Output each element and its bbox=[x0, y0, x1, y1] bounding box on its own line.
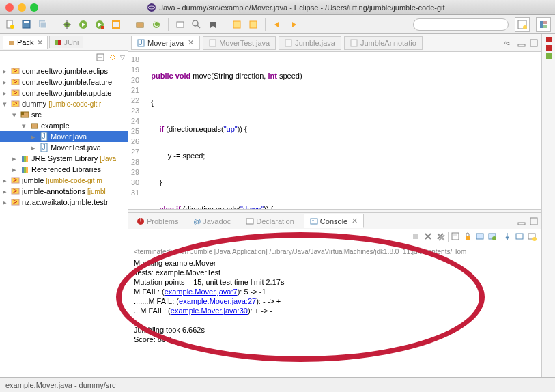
display-console-icon[interactable] bbox=[515, 232, 525, 242]
remove-launch-icon[interactable] bbox=[423, 232, 433, 242]
open-console-icon[interactable] bbox=[527, 232, 537, 242]
terminate-icon[interactable] bbox=[411, 232, 421, 242]
console-line: Mutating example.Mover bbox=[134, 258, 536, 268]
editor-tab-jumbleann[interactable]: JumbleAnnotatio bbox=[344, 36, 423, 50]
svg-text:J: J bbox=[42, 132, 46, 140]
tree-item-reflib[interactable]: ▸Referenced Libraries bbox=[0, 164, 128, 175]
java-file-icon bbox=[209, 39, 217, 47]
problems-tab[interactable]: !Problems bbox=[131, 215, 184, 227]
library-icon bbox=[20, 165, 30, 174]
project-icon: > bbox=[11, 88, 20, 98]
right-gutter bbox=[541, 34, 555, 377]
svg-point-21 bbox=[193, 20, 198, 26]
new-button[interactable] bbox=[4, 18, 16, 31]
code-editor[interactable]: 1819202122232425262728293031 public void… bbox=[128, 52, 541, 209]
svg-rect-52 bbox=[22, 156, 24, 162]
collapse-all-icon[interactable] bbox=[96, 53, 105, 62]
code-content[interactable]: public void move(String direction, int s… bbox=[145, 52, 307, 209]
svg-rect-73 bbox=[246, 219, 253, 224]
view-menu-icon[interactable]: ▽ bbox=[120, 54, 125, 61]
editor-tabs: JMover.java✕ MoverTest.java Jumble.java … bbox=[128, 34, 541, 52]
console-output[interactable]: <terminated> Run Jumble [Java Applicatio… bbox=[128, 244, 541, 377]
search-button[interactable] bbox=[190, 18, 203, 31]
pin-console-icon[interactable] bbox=[502, 232, 513, 242]
maximize-view-icon[interactable] bbox=[529, 216, 539, 226]
editor-tab-mover[interactable]: JMover.java✕ bbox=[131, 36, 200, 50]
svg-rect-57 bbox=[26, 167, 28, 173]
close-window-button[interactable] bbox=[5, 3, 14, 12]
show-console-icon[interactable] bbox=[487, 232, 498, 242]
stacktrace-link[interactable]: example.Mover.java:27 bbox=[179, 297, 256, 305]
stacktrace-link[interactable]: example.Mover.java:7 bbox=[165, 288, 238, 296]
svg-rect-78 bbox=[413, 234, 418, 239]
close-icon[interactable]: ✕ bbox=[37, 38, 43, 47]
project-icon: > bbox=[11, 186, 20, 196]
open-type-button[interactable] bbox=[174, 18, 186, 31]
more-tabs-indicator[interactable]: »₂ bbox=[503, 39, 510, 46]
javadoc-tab[interactable]: @Javadoc bbox=[188, 215, 236, 227]
tree-item-waikato[interactable]: ▸>nz.ac.waikato.jumble.testr bbox=[0, 197, 128, 208]
error-marker[interactable] bbox=[546, 37, 552, 42]
javadoc-icon: @ bbox=[193, 217, 201, 225]
editor-tab-movertest[interactable]: MoverTest.java bbox=[203, 36, 276, 50]
forward-button[interactable] bbox=[287, 18, 300, 31]
maximize-view-icon[interactable] bbox=[529, 38, 539, 48]
eclipse-icon bbox=[147, 3, 156, 12]
declaration-tab[interactable]: Declaration bbox=[240, 215, 300, 227]
svg-text:>: > bbox=[13, 99, 17, 107]
tree-item-project[interactable]: ▸>com.reeltwo.jumble.eclips bbox=[0, 66, 128, 76]
annotation-next-button[interactable] bbox=[247, 18, 259, 31]
console-tab[interactable]: Console✕ bbox=[304, 214, 364, 228]
java-perspective-button[interactable] bbox=[536, 17, 551, 32]
svg-marker-25 bbox=[274, 22, 279, 27]
tree-item-movertest[interactable]: ▸JMoverTest.java bbox=[0, 142, 128, 153]
close-icon[interactable]: ✕ bbox=[352, 216, 358, 225]
tree-item-dummy[interactable]: ▾>dummy [jumble-code-git r bbox=[0, 98, 128, 109]
new-package-button[interactable] bbox=[134, 18, 146, 31]
tree-item-src[interactable]: ▾src bbox=[0, 109, 128, 120]
project-icon: > bbox=[11, 197, 20, 207]
svg-text:>: > bbox=[13, 186, 17, 195]
package-explorer-tab[interactable]: Pack✕ bbox=[3, 36, 48, 49]
junit-tab[interactable]: JUni bbox=[49, 36, 83, 48]
toggle-mark-button[interactable] bbox=[207, 18, 219, 31]
editor-tab-jumble[interactable]: Jumble.java bbox=[279, 36, 341, 50]
project-icon: > bbox=[11, 99, 20, 109]
link-editor-icon[interactable] bbox=[108, 53, 117, 62]
run-button[interactable] bbox=[77, 18, 89, 31]
tree-item-mover[interactable]: ▸JMover.java bbox=[0, 131, 128, 142]
svg-rect-5 bbox=[24, 21, 29, 23]
svg-text:>: > bbox=[13, 88, 17, 96]
ok-marker[interactable] bbox=[546, 53, 552, 59]
remove-all-icon[interactable] bbox=[436, 232, 446, 242]
console-header: <terminated> Run Jumble [Java Applicatio… bbox=[134, 247, 536, 257]
svg-rect-24 bbox=[250, 21, 257, 28]
tree-item-project[interactable]: ▸>com.reeltwo.jumble.feature bbox=[0, 76, 128, 87]
save-all-button[interactable] bbox=[37, 18, 49, 31]
zoom-window-button[interactable] bbox=[30, 3, 38, 12]
scroll-lock-icon[interactable] bbox=[463, 232, 473, 242]
minimize-window-button[interactable] bbox=[18, 3, 26, 12]
back-button[interactable] bbox=[271, 18, 283, 31]
error-marker[interactable] bbox=[546, 45, 552, 51]
close-icon[interactable]: ✕ bbox=[188, 38, 194, 47]
tree-item-jumble-ann[interactable]: ▸>jumble-annotations [jumbl bbox=[0, 186, 128, 197]
word-wrap-icon[interactable] bbox=[475, 232, 485, 242]
tree-item-project[interactable]: ▸>com.reeltwo.jumble.update bbox=[0, 87, 128, 98]
minimize-view-icon[interactable] bbox=[517, 216, 526, 226]
open-perspective-button[interactable] bbox=[515, 17, 530, 32]
run-last-button[interactable] bbox=[94, 18, 106, 31]
quick-access-input[interactable] bbox=[413, 18, 509, 31]
debug-button[interactable] bbox=[61, 18, 73, 31]
minimize-view-icon[interactable] bbox=[517, 38, 526, 48]
clear-console-icon[interactable] bbox=[451, 232, 461, 242]
tree-item-jre[interactable]: ▸JRE System Library [Java bbox=[0, 153, 128, 164]
coverage-button[interactable] bbox=[110, 18, 122, 31]
project-icon: > bbox=[11, 77, 20, 87]
stacktrace-link[interactable]: example.Mover.java:30 bbox=[171, 307, 248, 315]
new-class-button[interactable]: C bbox=[150, 18, 162, 31]
save-button[interactable] bbox=[20, 18, 33, 31]
tree-item-jumble[interactable]: ▸>jumble [jumble-code-git m bbox=[0, 175, 128, 186]
annotation-prev-button[interactable] bbox=[231, 18, 243, 31]
tree-item-example[interactable]: ▾example bbox=[0, 120, 128, 131]
